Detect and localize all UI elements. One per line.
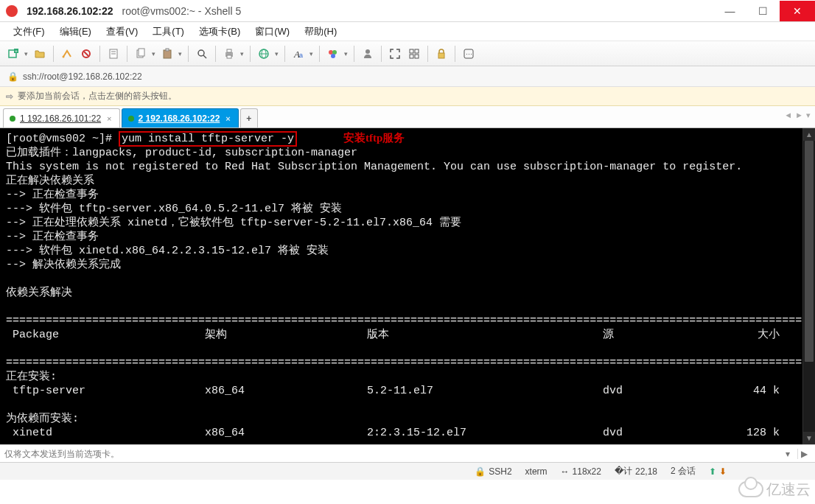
terminal-line: --> 正在检查事务 [6,231,99,243]
section-deps: 为依赖而安装: [6,413,79,425]
table-row: tftp-serverx86_645.2-11.el7dvd44 k [6,384,809,398]
tile-button[interactable] [405,45,423,63]
fullscreen-button[interactable] [386,45,404,63]
compose-bar: ▾ ▶ [0,444,815,462]
terminal-line: ---> 软件包 tftp-server.x86_64.0.5.2-11.el7… [6,203,342,215]
lock-icon: 🔒 [475,466,486,477]
svg-point-26 [365,49,370,54]
col-repo: 源 [603,328,735,342]
lock-button[interactable] [433,45,450,63]
tab-label: 2 192.168.26.102:22 [139,113,220,124]
compose-send-button[interactable]: ▶ [797,449,811,459]
col-size: 大小 [735,328,780,342]
menu-tools[interactable]: 工具(T) [145,23,192,41]
tab-list-icon[interactable]: ▾ [806,111,811,120]
prompt: [root@vms002 ~]# [6,133,119,145]
script-button[interactable]: ⋯ [460,45,478,63]
menu-window[interactable]: 窗口(W) [248,23,297,41]
terminal-scrollbar[interactable]: ▲ ▼ [802,128,815,444]
maximize-button[interactable]: ☐ [746,1,780,21]
tab-close-icon[interactable]: × [107,114,111,123]
scroll-track[interactable] [803,141,815,432]
status-updown: ⬆⬇ [709,466,727,477]
app-icon [6,5,18,17]
new-session-button[interactable]: + [4,45,29,63]
print-button[interactable] [220,45,245,63]
address-text: ssh://root@192.168.26.102:22 [23,71,142,82]
tab-next-icon[interactable]: ► [795,111,803,120]
terminal-line: --> 正在处理依赖关系 xinetd，它被软件包 tftp-server-5.… [6,217,461,229]
terminal-area: [root@vms002 ~]# yum install tftp-server… [0,128,815,444]
table-row: xinetdx86_642:2.3.15-12.el7dvd128 k [6,426,809,440]
terminal[interactable]: [root@vms002 ~]# yum install tftp-server… [0,128,815,444]
table-header-row: Package架构版本源大小 [6,328,809,342]
copy-button[interactable] [132,45,157,63]
terminal-line: 依赖关系解决 [6,287,72,299]
terminal-line: 正在解决依赖关系 [6,175,94,187]
compose-target-dropdown[interactable]: ▾ [781,449,794,459]
col-package: Package [6,328,205,342]
disconnect-button[interactable] [77,45,95,63]
down-icon: ⬇ [719,466,727,477]
scroll-thumb[interactable] [805,141,814,362]
section-installing: 正在安装: [6,371,57,383]
minimize-button[interactable]: — [713,1,746,21]
address-bar[interactable]: 🔒 ssh://root@192.168.26.102:22 [0,66,815,87]
tab-prev-icon[interactable]: ◄ [784,111,792,120]
svg-text:⋯: ⋯ [466,51,472,58]
annotation-install: 安装tftp服务 [343,132,405,144]
window-controls: — ☐ ✕ [713,1,815,21]
session-tab-2[interactable]: 2 192.168.26.102:22 × [122,108,239,127]
scroll-down-icon[interactable]: ▼ [803,432,815,444]
svg-point-13 [198,50,204,56]
menu-view[interactable]: 查看(V) [99,23,145,41]
svg-text:+: + [15,49,18,53]
properties-button[interactable] [105,45,122,63]
close-button[interactable]: ✕ [780,1,815,21]
menu-file[interactable]: 文件(F) [6,23,52,41]
add-tab-button[interactable]: + [240,108,258,127]
status-dot-icon [128,116,134,122]
scroll-up-icon[interactable]: ▲ [803,128,815,141]
session-tab-1[interactable]: 1 192.168.26.101:22 × [3,108,120,127]
hint-arrow-icon[interactable]: ⇨ [6,91,13,102]
svg-rect-31 [438,53,444,58]
menu-help[interactable]: 帮助(H) [297,23,344,41]
svg-rect-29 [410,55,413,58]
terminal-line: --> 解决依赖关系完成 [6,259,121,271]
color-button[interactable] [324,45,349,63]
open-button[interactable] [31,45,49,63]
terminal-line: ---> 软件包 xinetd.x86_64.2.2.3.15-12.el7 将… [6,245,329,257]
hint-text: 要添加当前会话，点击左侧的箭头按钮。 [18,90,177,102]
status-size: ↔118x22 [561,466,601,477]
lock-icon: 🔒 [7,71,18,82]
title-ip: 192.168.26.102:22 [27,5,113,17]
hint-bar: ⇨ 要添加当前会话，点击左侧的箭头按钮。 [0,87,815,106]
tab-strip: 1 192.168.26.101:22 × 2 192.168.26.102:2… [0,106,815,128]
terminal-line: --> 正在检查事务 [6,189,99,201]
find-button[interactable] [193,45,211,63]
command-highlight: yum install tftp-server -y [119,131,297,147]
reconnect-button[interactable] [58,45,76,63]
up-icon: ⬆ [709,466,716,477]
svg-rect-17 [227,55,231,58]
font-button[interactable]: Aa [290,45,315,63]
paste-button[interactable] [158,45,183,63]
svg-rect-27 [410,49,413,53]
profile-button[interactable] [359,45,377,63]
svg-rect-12 [166,49,169,51]
divider: ========================================… [6,357,815,369]
cursor-icon: �计 [615,465,632,477]
compose-input[interactable] [4,449,781,459]
svg-point-3 [63,55,65,57]
encoding-button[interactable] [255,45,280,63]
status-cursor: �计22,18 [615,465,657,477]
menubar: 文件(F) 编辑(E) 查看(V) 工具(T) 选项卡(B) 窗口(W) 帮助(… [0,22,815,41]
tab-nav: ◄ ► ▾ [784,111,811,120]
menu-edit[interactable]: 编辑(E) [52,23,99,41]
divider: ========================================… [6,315,815,327]
terminal-line: This system is not registered to Red Hat… [6,161,742,173]
col-version: 版本 [367,328,603,342]
menu-tab[interactable]: 选项卡(B) [192,23,248,41]
tab-close-icon[interactable]: × [225,114,230,123]
